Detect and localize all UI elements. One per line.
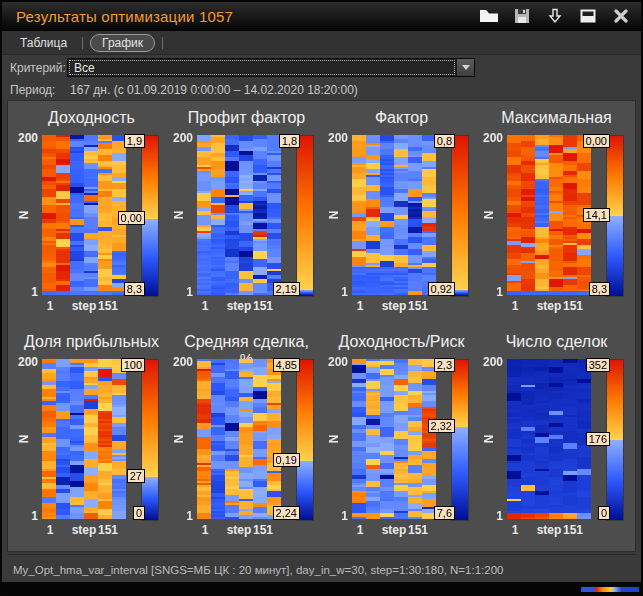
x-axis-max-label: 151 <box>94 523 122 537</box>
y-axis-max-label: 200 <box>12 355 38 369</box>
tab-chart[interactable]: График <box>90 34 155 52</box>
colorbar <box>141 359 159 521</box>
colorbar-label-bottom: 0 <box>133 506 145 520</box>
colorbar <box>451 135 469 297</box>
colorbar-label-top: 0,8 <box>434 134 455 148</box>
colorbar <box>296 135 314 297</box>
colorbar-label-top: 352 <box>586 358 610 372</box>
window-bottom-frame <box>2 582 641 594</box>
optimization-results-window: Результаты оптимизации 1057 Таблица Граф… <box>0 0 643 596</box>
x-axis-min-label: 1 <box>507 299 523 313</box>
combobox-dropdown-button[interactable] <box>456 59 474 76</box>
y-axis-min-label: 1 <box>167 285 193 299</box>
chart-cell-6: Средняя сделка,%200N14,850,192,241step15… <box>167 331 322 552</box>
colorbar-label-mid: 2,32 <box>428 419 455 433</box>
colorbar-label-bottom: 0,92 <box>428 282 455 296</box>
chart-title: Доля прибыльных <box>16 333 167 351</box>
y-axis-max-label: 200 <box>167 131 193 145</box>
colorbar-label-mid: 27 <box>127 469 145 483</box>
close-icon[interactable] <box>611 7 631 25</box>
chart-cell-3: Фактор200N10,80,921step151 <box>322 107 477 329</box>
colorbar-label-mid: 14,1 <box>583 208 610 222</box>
criterion-value: Все <box>69 60 455 75</box>
heatmap-canvas[interactable] <box>197 135 281 295</box>
maximize-icon[interactable] <box>578 7 598 25</box>
y-axis-min-label: 1 <box>12 509 38 523</box>
colorbar-label-top: 0,00 <box>583 134 610 148</box>
heatmap-canvas[interactable] <box>352 135 436 295</box>
save-icon[interactable] <box>512 7 532 25</box>
y-axis-title: N <box>327 211 341 220</box>
colorbar-label-top: 4,85 <box>273 358 300 372</box>
y-axis-min-label: 1 <box>322 285 348 299</box>
x-axis-max-label: 151 <box>404 299 432 313</box>
chart-title: Средняя сделка, <box>171 333 322 351</box>
tab-table[interactable]: Таблица <box>12 34 75 52</box>
y-axis-min-label: 1 <box>12 285 38 299</box>
colorbar-label-top: 1,8 <box>279 134 300 148</box>
x-axis-max-label: 151 <box>249 523 277 537</box>
colorbar <box>451 359 469 521</box>
download-arrow-icon[interactable] <box>545 7 565 25</box>
colorbar-label-bottom: 2,19 <box>273 282 300 296</box>
colorbar-label-bottom: 0 <box>598 506 610 520</box>
criterion-row: Критерий: Все <box>2 55 641 80</box>
colorbar-label-mid: 176 <box>586 432 610 446</box>
y-axis-min-label: 1 <box>167 509 193 523</box>
y-axis-title: N <box>172 435 186 444</box>
heatmap-canvas[interactable] <box>197 359 281 519</box>
chevron-down-icon <box>462 65 470 70</box>
background-window-sliver <box>581 587 639 592</box>
x-axis-min-label: 1 <box>352 299 368 313</box>
colorbar-label-top: 2,3 <box>434 358 455 372</box>
chart-title: Число сделок <box>481 333 632 351</box>
chart-cell-7: Доходность/Риск200N12,32,327,61step151 <box>322 331 477 552</box>
y-axis-max-label: 200 <box>322 355 348 369</box>
y-axis-max-label: 200 <box>322 131 348 145</box>
tab-separator <box>82 37 83 49</box>
y-axis-min-label: 1 <box>477 509 503 523</box>
x-axis-max-label: 151 <box>559 299 587 313</box>
criterion-label: Критерий: <box>10 61 67 75</box>
colorbar-label-bottom: 2,24 <box>273 506 300 520</box>
plot-area: 200N10,0014,18,3 <box>477 135 632 295</box>
chart-title: Профит фактор <box>171 109 322 127</box>
chart-cell-5: Доля прибыльных200N11002701step151 <box>12 331 167 552</box>
heatmap-canvas[interactable] <box>507 359 591 519</box>
period-value: 167 дн. (с 01.09.2019 0:00:00 – 14.02.20… <box>70 83 358 97</box>
x-axis-max-label: 151 <box>94 299 122 313</box>
y-axis-title: N <box>172 211 186 220</box>
chart-title: Доходность <box>16 109 167 127</box>
colorbar-label-mid: 0,00 <box>118 211 145 225</box>
x-axis-min-label: 1 <box>507 523 523 537</box>
y-axis-title: N <box>482 435 496 444</box>
x-axis-min-label: 1 <box>197 299 213 313</box>
heatmap-canvas[interactable] <box>42 359 126 519</box>
folder-icon[interactable] <box>479 7 499 25</box>
colorbar-label-top: 100 <box>121 358 145 372</box>
window-title: Результаты оптимизации 1057 <box>12 8 479 25</box>
heatmap-canvas[interactable] <box>352 359 436 519</box>
status-text: My_Opt_hma_var_interval [SNGS=МБ ЦК : 20… <box>13 564 503 576</box>
status-bar: My_Opt_hma_var_interval [SNGS=МБ ЦК : 20… <box>7 554 636 585</box>
y-axis-max-label: 200 <box>477 131 503 145</box>
y-axis-title: N <box>482 211 496 220</box>
tab-separator <box>162 37 163 49</box>
colorbar-label-mid: 0,19 <box>273 453 300 467</box>
plot-area: 200N1100270 <box>12 359 167 519</box>
chart-cell-2: Профит фактор200N11,82,191step151 <box>167 107 322 329</box>
colorbar-label-bottom: 7,6 <box>434 506 455 520</box>
colorbar-label-top: 1,9 <box>124 134 145 148</box>
period-row: Период: 167 дн. (с 01.09.2019 0:00:00 – … <box>2 80 641 100</box>
heatmap-canvas[interactable] <box>507 135 591 295</box>
x-axis-max-label: 151 <box>404 523 432 537</box>
x-axis-min-label: 1 <box>42 299 58 313</box>
plot-area: 200N14,850,192,24 <box>167 359 322 519</box>
heatmap-canvas[interactable] <box>42 135 126 295</box>
y-axis-max-label: 200 <box>477 355 503 369</box>
plot-area: 200N11,82,19 <box>167 135 322 295</box>
y-axis-title: N <box>327 435 341 444</box>
period-label: Период: <box>10 83 67 97</box>
criterion-combobox[interactable]: Все <box>67 58 475 77</box>
y-axis-min-label: 1 <box>477 285 503 299</box>
